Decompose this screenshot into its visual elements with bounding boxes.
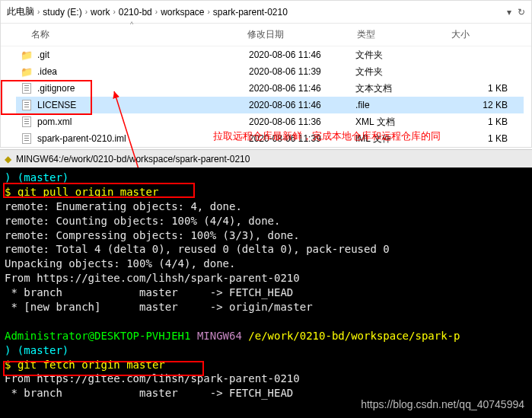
term-line: From https://gitee.com/lihsh/spark-paren…	[5, 372, 300, 384]
term-command: git fetch origin master	[18, 359, 165, 371]
file-row[interactable]: pom.xml 2020-08-06 11:36 XML 文档 1 KB	[16, 113, 524, 130]
file-name: .git	[37, 49, 49, 60]
term-line: remote: Counting objects: 100% (4/4), do…	[5, 215, 280, 227]
col-type[interactable]: 类型	[357, 28, 448, 41]
file-date: 2020-08-06 11:46	[249, 49, 355, 60]
folder-icon	[21, 65, 33, 78]
term-user: Administrator@DESKTOP-PVHJEH1	[5, 330, 190, 342]
sort-indicator-icon: ^	[130, 21, 133, 28]
terminal-body[interactable]: ) (master) $ git pull origin master remo…	[0, 168, 532, 418]
file-size: 1 KB	[447, 116, 523, 127]
file-name: .gitignore	[37, 83, 75, 94]
term-line: ) (master)	[5, 171, 68, 183]
column-headers: ^ 名称 修改日期 类型 大小	[1, 24, 531, 46]
mingw-icon: ◆	[5, 154, 11, 164]
file-type: 文件夹	[355, 65, 447, 78]
crumb-pc[interactable]: 此电脑	[7, 5, 34, 18]
file-type: XML 文档	[355, 116, 447, 129]
textfile-icon	[22, 100, 31, 110]
file-size: 1 KB	[447, 133, 523, 144]
file-row[interactable]: .idea 2020-08-06 11:39 文件夹	[16, 63, 524, 80]
term-branch: ) (master)	[5, 344, 68, 356]
watermark: https://blog.csdn.net/qq_40745994	[361, 398, 524, 410]
terminal-titlebar[interactable]: ◆ MINGW64:/e/work/0210-bd/workspace/spar…	[0, 149, 532, 168]
file-type: .file	[355, 100, 447, 110]
breadcrumb[interactable]: 此电脑› study (E:)› work› 0210-bd› workspac…	[1, 1, 531, 24]
crumb-work[interactable]: work	[91, 7, 110, 18]
col-date[interactable]: 修改日期	[247, 28, 354, 41]
crumb-0210bd[interactable]: 0210-bd	[119, 7, 152, 18]
term-line: remote: Compressing objects: 100% (3/3),…	[5, 229, 300, 241]
textfile-icon	[22, 133, 31, 144]
chevron-right-icon: ›	[204, 8, 212, 16]
file-row[interactable]: .git 2020-08-06 11:46 文件夹	[16, 46, 524, 63]
file-date: 2020-08-06 11:46	[249, 83, 355, 94]
file-name: LICENSE	[37, 100, 76, 110]
file-row[interactable]: .gitignore 2020-08-06 11:46 文本文档 1 KB	[16, 80, 524, 97]
annotation-text: 拉取远程仓库最新鲜，完成本地仓库和远程仓库的同	[213, 129, 441, 143]
file-date: 2020-08-06 11:36	[249, 116, 355, 127]
term-line: remote: Total 4 (delta 0), reused 0 (del…	[5, 243, 390, 255]
file-type: 文本文档	[355, 82, 447, 95]
col-size[interactable]: 大小	[451, 28, 532, 41]
refresh-icon[interactable]: ↻	[518, 7, 525, 18]
term-line: * branch master -> FETCH_HEAD	[5, 286, 293, 298]
term-line: remote: Enumerating objects: 4, done.	[5, 200, 242, 212]
textfile-icon	[22, 83, 31, 94]
file-date: 2020-08-06 11:46	[249, 100, 355, 110]
chevron-right-icon: ›	[34, 8, 43, 16]
folder-icon	[21, 49, 33, 61]
crumb-drive[interactable]: study (E:)	[43, 7, 81, 18]
dropdown-icon[interactable]: ▾	[507, 7, 511, 18]
textfile-icon	[22, 116, 31, 127]
file-name: .idea	[37, 66, 57, 77]
term-command: git pull origin master	[18, 186, 158, 198]
file-explorer: 此电脑› study (E:)› work› 0210-bd› workspac…	[0, 0, 532, 148]
file-date: 2020-08-06 11:39	[249, 66, 355, 77]
crumb-project[interactable]: spark-parent-0210	[213, 7, 288, 18]
file-size: 12 KB	[447, 100, 523, 110]
term-line: * branch master -> FETCH_HEAD	[5, 387, 293, 399]
file-type: 文件夹	[355, 49, 447, 62]
term-line: From https://gitee.com/lihsh/spark-paren…	[5, 272, 300, 284]
terminal-title: MINGW64:/e/work/0210-bd/workspace/spark-…	[16, 154, 250, 164]
term-prompt: $	[5, 359, 11, 371]
crumb-workspace[interactable]: workspace	[161, 7, 204, 18]
terminal-window: ◆ MINGW64:/e/work/0210-bd/workspace/spar…	[0, 149, 532, 418]
chevron-right-icon: ›	[82, 8, 91, 16]
file-row[interactable]: LICENSE 2020-08-06 11:46 .file 12 KB	[16, 97, 524, 113]
chevron-right-icon: ›	[152, 8, 161, 16]
term-env: MINGW64	[197, 330, 242, 342]
term-prompt: $	[5, 186, 11, 198]
file-name: pom.xml	[37, 116, 72, 127]
chevron-right-icon: ›	[110, 8, 118, 16]
file-size: 1 KB	[447, 83, 523, 94]
col-name[interactable]: 名称	[31, 28, 244, 41]
term-line: Unpacking objects: 100% (4/4), done.	[5, 257, 235, 270]
term-path: /e/work/0210-bd/workspace/spark-p	[248, 330, 460, 342]
file-name: spark-parent-0210.iml	[37, 133, 126, 144]
term-line: * [new branch] master -> origin/master	[5, 301, 313, 313]
